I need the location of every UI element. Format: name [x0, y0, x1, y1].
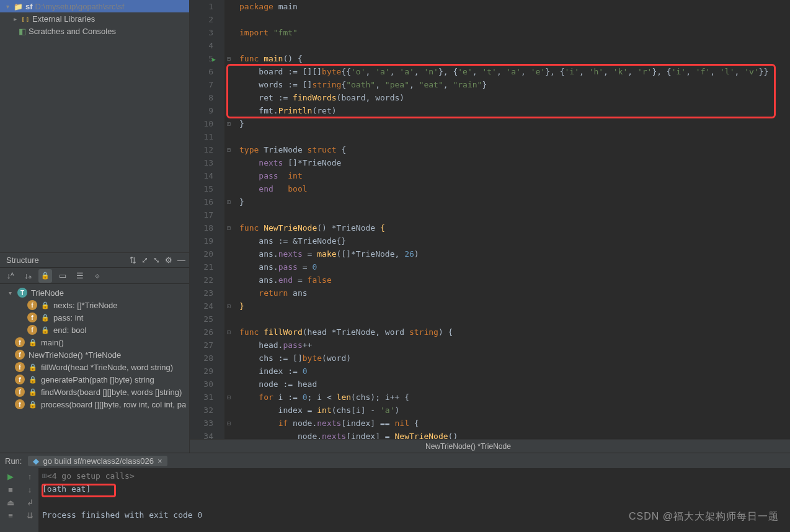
structure-field[interactable]: f 🔒 pass: int [0, 311, 189, 324]
stop-icon[interactable]: ■ [8, 485, 13, 494]
chevron-down-icon: ▾ [6, 290, 14, 296]
code-line[interactable]: ret := findWords(board, words) [239, 91, 790, 104]
code-line[interactable]: words := []string{"oath", "pea", "eat", … [239, 78, 790, 91]
lock-icon: 🔒 [29, 363, 37, 371]
sort-icon[interactable]: ⇅ [130, 255, 136, 265]
expand-icon[interactable]: ⤢ [141, 255, 148, 265]
code-line[interactable]: } [239, 195, 790, 208]
code-line[interactable]: import "fmt" [239, 26, 790, 39]
chevron-right-icon: ▸ [11, 16, 19, 22]
code-editor[interactable]: ▶ 12345678910111213141516171819202122232… [190, 0, 790, 439]
run-toolbar-nav: ↑ ↓ ↲ ⇊ [21, 468, 38, 532]
code-line[interactable]: return ans [239, 286, 790, 299]
lock-icon: 🔒 [29, 401, 37, 409]
code-line[interactable]: fmt.Println(ret) [239, 104, 790, 117]
structure-func[interactable]: f 🔒 process(board [][]byte, row int, col… [0, 398, 189, 410]
code-line[interactable]: ans.pass = 0 [239, 260, 790, 273]
code-line[interactable]: if node.nexts[index] == nil { [239, 417, 790, 430]
code-line[interactable]: } [239, 117, 790, 130]
code-line[interactable]: func main() { [239, 52, 790, 65]
func-badge: f [15, 362, 25, 372]
structure-panel: Structure ⇅ ⤢ ⤡ ⚙ — ↓ᴬ ↓ₐ 🔒 ▭ ☰ ⟐ ▾ [0, 252, 190, 453]
run-tab[interactable]: ◆ go build sf/newclass2/class026 × [28, 456, 167, 466]
func-badge: f [15, 375, 25, 384]
code-line[interactable]: chs := []byte(word) [239, 352, 790, 365]
go-icon: ◆ [33, 456, 39, 466]
structure-func[interactable]: f 🔒 fillWord(head *TrieNode, word string… [0, 361, 189, 373]
minimize-icon[interactable]: — [177, 255, 185, 265]
exit-icon[interactable]: ⏏ [7, 498, 14, 507]
lock-icon: 🔒 [29, 339, 37, 347]
lock-icon: 🔒 [41, 301, 50, 309]
code-line[interactable]: } [239, 299, 790, 313]
code-line[interactable]: ans := &TrieNode{} [239, 234, 790, 247]
scratches-consoles[interactable]: ◧ Scratches and Consoles [0, 25, 189, 37]
autoscroll-icon[interactable]: ⟐ [91, 269, 104, 283]
code-line[interactable]: for i := 0; i < len(chs); i++ { [239, 391, 790, 404]
structure-type[interactable]: ▾ T TrieNode [0, 286, 189, 299]
code-line[interactable]: pass int [239, 169, 790, 182]
show-locked-icon[interactable]: 🔒 [38, 269, 52, 283]
structure-field[interactable]: f 🔒 end: bool [0, 324, 189, 336]
code-line[interactable]: head.pass++ [239, 339, 790, 352]
sort-visibility-icon[interactable]: ↓ₐ [21, 269, 35, 283]
code-line[interactable]: node.nexts[index] = NewTrieNode() [239, 430, 790, 439]
run-label: Run: [5, 456, 22, 466]
lock-icon: 🔒 [41, 326, 50, 334]
code-line[interactable] [239, 313, 790, 326]
code-line[interactable] [239, 130, 790, 143]
project-root[interactable]: ▾ sf D:\mysetup\gopath\src\sf [0, 0, 189, 12]
code-line[interactable]: func fillWord(head *TrieNode, word strin… [239, 326, 790, 339]
scroll-icon[interactable]: ⇊ [27, 511, 33, 520]
gear-icon[interactable]: ⚙ [165, 255, 172, 265]
code-line[interactable]: index := 0 [239, 365, 790, 378]
show-folder-icon[interactable]: ▭ [56, 269, 69, 283]
code-line[interactable]: ans.end = false [239, 273, 790, 286]
code-line[interactable]: node := head [239, 378, 790, 391]
breadcrumb[interactable]: NewTrieNode() *TrieNode [190, 439, 790, 453]
func-badge: f [15, 337, 25, 347]
structure-toolbar: ↓ᴬ ↓ₐ 🔒 ▭ ☰ ⟐ [0, 268, 189, 284]
code-line[interactable]: func NewTrieNode() *TrieNode { [239, 221, 790, 234]
show-tree-icon[interactable]: ☰ [73, 269, 87, 283]
code-line[interactable]: type TrieNode struct { [239, 143, 790, 156]
code-line[interactable] [239, 13, 790, 26]
line-gutter[interactable]: ▶ 12345678910111213141516171819202122232… [190, 0, 224, 439]
fold-icon[interactable]: ⊞ [42, 471, 47, 481]
structure-field[interactable]: f 🔒 nexts: []*TrieNode [0, 299, 189, 311]
structure-func[interactable]: f 🔒 generatePath(path []byte) string [0, 373, 189, 386]
code-line[interactable] [239, 39, 790, 52]
run-gutter-icon[interactable]: ▶ [212, 53, 216, 66]
code-line[interactable] [239, 208, 790, 221]
lock-icon: 🔒 [41, 314, 50, 322]
close-icon[interactable]: × [158, 456, 162, 466]
lock-icon: 🔒 [29, 388, 37, 396]
collapse-icon[interactable]: ⤡ [153, 255, 160, 265]
structure-func[interactable]: f NewTrieNode() *TrieNode [0, 348, 189, 361]
down-icon[interactable]: ↓ [28, 485, 32, 494]
project-tree[interactable]: ▾ sf D:\mysetup\gopath\src\sf ▸ ⫾⫾ Exter… [0, 0, 190, 252]
wrap-icon[interactable]: ↲ [27, 498, 33, 507]
structure-func[interactable]: f 🔒 findWords(board [][]byte, words []st… [0, 386, 189, 398]
external-libraries[interactable]: ▸ ⫾⫾ External Libraries [0, 12, 189, 25]
code-line[interactable]: ans.nexts = make([]*TrieNode, 26) [239, 247, 790, 260]
structure-title: Structure [6, 255, 39, 265]
code-line[interactable]: package main [239, 0, 790, 13]
code-line[interactable]: nexts []*TrieNode [239, 156, 790, 169]
field-badge: f [27, 300, 37, 310]
fold-column[interactable]: ⊟⊡⊟⊡⊟⊡⊟⊟⊟ [224, 0, 233, 439]
chevron-down-icon: ▾ [4, 3, 11, 10]
field-badge: f [27, 313, 37, 322]
layout-icon[interactable]: ≡ [8, 511, 13, 520]
code-line[interactable]: board := [][]byte{{'o', 'a', 'a', 'n'}, … [239, 65, 790, 78]
func-badge: f [15, 387, 25, 397]
structure-func[interactable]: f 🔒 main() [0, 336, 189, 348]
field-badge: f [27, 325, 37, 335]
code-line[interactable]: end bool [239, 182, 790, 195]
up-icon[interactable]: ↑ [28, 472, 32, 481]
code-line[interactable]: index = int(chs[i] - 'a') [239, 404, 790, 417]
rerun-icon[interactable]: ▶ [7, 472, 14, 481]
sort-alpha-icon[interactable]: ↓ᴬ [4, 269, 17, 283]
folder-icon [14, 2, 23, 11]
watermark: CSDN @福大大架构师每日一题 [629, 510, 779, 523]
